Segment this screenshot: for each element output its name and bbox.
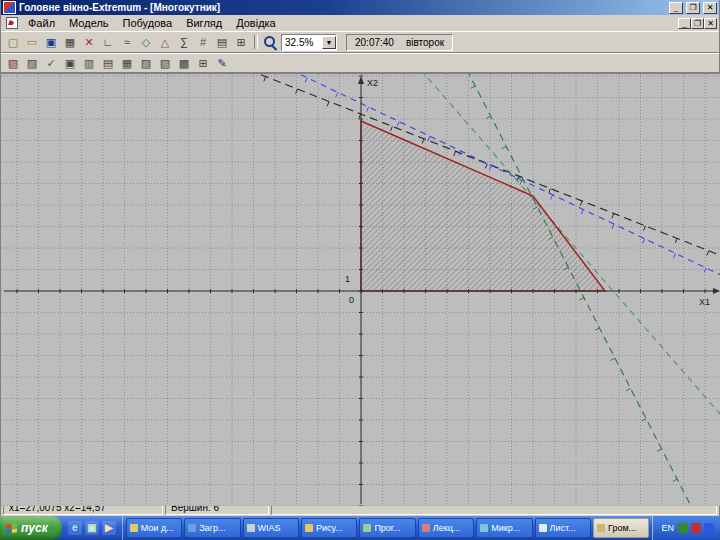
- save-button[interactable]: ▣: [42, 34, 60, 50]
- taskbar-button-label: Загр...: [199, 523, 225, 533]
- taskbar-button-6[interactable]: Лекц...: [418, 518, 474, 538]
- hatch-vertical-button[interactable]: ▥: [80, 55, 98, 71]
- child-restore-button[interactable]: ❐: [691, 18, 704, 29]
- taskbar-button-label: Рису...: [316, 523, 343, 533]
- taskbar-button-label: WIAS: [258, 523, 281, 533]
- axis-label: X2: [367, 78, 378, 88]
- menu-view[interactable]: Вигляд: [179, 16, 229, 30]
- start-button-label: пуск: [21, 521, 48, 535]
- windows-flag-icon: [6, 523, 17, 534]
- taskbar-button-icon: [305, 524, 313, 532]
- taskbar: пуск e▣▶ Мои д...Загр...WIASРису...Прог.…: [0, 516, 720, 540]
- quicklaunch-player-icon[interactable]: ▶: [102, 521, 116, 535]
- taskbar-button-5[interactable]: Прог...: [359, 518, 415, 538]
- minimize-button[interactable]: _: [669, 2, 683, 14]
- menu-build[interactable]: Побудова: [116, 16, 180, 30]
- build-polygon-button[interactable]: ◇: [137, 34, 155, 50]
- taskbar-button-icon: [539, 524, 547, 532]
- taskbar-button-4[interactable]: Рису...: [301, 518, 357, 538]
- taskbar-button-label: Лист...: [550, 523, 576, 533]
- window-title: Головне вікно-Extremum - [Многокутник]: [19, 2, 666, 13]
- hatch-diagonal-button[interactable]: ▨: [137, 55, 155, 71]
- tray-network-icon[interactable]: [704, 523, 714, 533]
- copy-button[interactable]: ⊞: [232, 34, 250, 50]
- print-button[interactable]: ▤: [213, 34, 231, 50]
- open-button[interactable]: ▭: [23, 34, 41, 50]
- build-line-button[interactable]: ≈: [118, 34, 136, 50]
- plot-canvas[interactable]: X2X110: [1, 73, 719, 498]
- clock-day: вівторок: [406, 37, 444, 48]
- zoom-dropdown-arrow-icon[interactable]: ▼: [322, 36, 336, 49]
- zoom-value: 32.5%: [282, 37, 322, 48]
- menu-model[interactable]: Модель: [62, 16, 115, 30]
- copy-style-button[interactable]: ▣: [61, 55, 79, 71]
- taskbar-button-icon: [247, 524, 255, 532]
- main-toolbar: ▢▭▣▦✕∟≈◇△∑#▤⊞ 32.5% ▼ 20:07:40 вівторок: [1, 31, 719, 53]
- start-button[interactable]: пуск: [0, 516, 62, 540]
- application-window: Головне вікно-Extremum - [Многокутник] _…: [0, 0, 720, 516]
- erase-button[interactable]: ▨: [23, 55, 41, 71]
- table-button[interactable]: ▦: [61, 34, 79, 50]
- cut-button[interactable]: ✕: [80, 34, 98, 50]
- menu-file[interactable]: Файл: [21, 16, 62, 30]
- taskbar-button-label: Гром...: [608, 523, 636, 533]
- app-icon: [3, 1, 16, 14]
- hatch-toolbar: ▧▨✓▣▥▤▦▨▧▩⊞✎: [1, 53, 719, 73]
- taskbar-button-1[interactable]: Мои д...: [126, 518, 182, 538]
- taskbar-button-label: Прог...: [374, 523, 400, 533]
- hatch-grid-button[interactable]: ▦: [118, 55, 136, 71]
- language-indicator[interactable]: EN: [661, 523, 674, 533]
- taskbar-button-icon: [130, 524, 138, 532]
- build-axes-button[interactable]: ∟: [99, 34, 117, 50]
- new-button[interactable]: ▢: [4, 34, 22, 50]
- taskbar-button-icon: [422, 524, 430, 532]
- clock-time: 20:07:40: [355, 37, 394, 48]
- taskbar-button-7[interactable]: Микр...: [476, 518, 532, 538]
- clock-panel: 20:07:40 вівторок: [346, 34, 453, 51]
- taskbar-button-icon: [363, 524, 371, 532]
- taskbar-button-icon: [597, 524, 605, 532]
- calc-button[interactable]: #: [194, 34, 212, 50]
- quick-launch: e▣▶: [62, 516, 123, 540]
- hatch-diagonal2-button[interactable]: ▧: [156, 55, 174, 71]
- polygon-document-icon[interactable]: [6, 17, 18, 29]
- toolbar-separator: [254, 35, 258, 49]
- menu-help[interactable]: Довідка: [229, 16, 283, 30]
- select-region-button[interactable]: ▧: [4, 55, 22, 71]
- taskbar-button-label: Мои д...: [141, 523, 174, 533]
- taskbar-button-icon: [188, 524, 196, 532]
- taskbar-button-label: Лекц...: [433, 523, 461, 533]
- zoom-icon[interactable]: [262, 34, 278, 50]
- zoom-select[interactable]: 32.5% ▼: [281, 34, 337, 51]
- taskbar-buttons: Мои д...Загр...WIASРису...Прог...Лекц...…: [123, 516, 653, 540]
- apply-button[interactable]: ✓: [42, 55, 60, 71]
- axis-label: 1: [345, 274, 350, 284]
- sum-button[interactable]: ∑: [175, 34, 193, 50]
- child-minimize-button[interactable]: _: [678, 18, 691, 29]
- hatch-dense-button[interactable]: ▩: [175, 55, 193, 71]
- axis-label: X1: [699, 297, 710, 307]
- taskbar-button-icon: [480, 524, 488, 532]
- close-button[interactable]: ✕: [703, 2, 717, 14]
- quicklaunch-desktop-icon[interactable]: ▣: [85, 521, 99, 535]
- taskbar-button-8[interactable]: Лист...: [535, 518, 591, 538]
- edit-button[interactable]: ✎: [213, 55, 231, 71]
- axis-label: 0: [349, 295, 354, 305]
- hatch-horizontal-button[interactable]: ▤: [99, 55, 117, 71]
- build-area-button[interactable]: △: [156, 34, 174, 50]
- child-close-button[interactable]: ✕: [704, 18, 717, 29]
- system-tray: EN: [652, 516, 720, 540]
- hatch-cross-button[interactable]: ⊞: [194, 55, 212, 71]
- menubar: ФайлМодельПобудоваВиглядДовідка _ ❐ ✕: [1, 15, 719, 31]
- taskbar-button-label: Микр...: [491, 523, 520, 533]
- titlebar: Головне вікно-Extremum - [Многокутник] _…: [1, 0, 719, 15]
- maximize-button[interactable]: ❐: [686, 2, 700, 14]
- quicklaunch-ie-icon[interactable]: e: [68, 521, 82, 535]
- tray-alert-icon[interactable]: [691, 523, 701, 533]
- plot-svg: X2X110: [1, 74, 720, 506]
- taskbar-button-3[interactable]: WIAS: [243, 518, 299, 538]
- tray-shield-icon[interactable]: [678, 523, 688, 533]
- taskbar-button-9[interactable]: Гром...: [593, 518, 649, 538]
- taskbar-button-2[interactable]: Загр...: [184, 518, 240, 538]
